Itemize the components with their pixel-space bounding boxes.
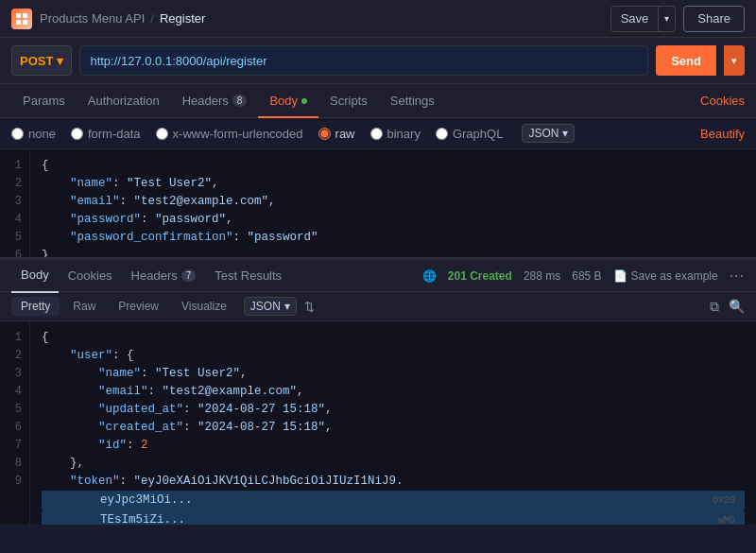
response-tab-body[interactable]: Body: [11, 259, 59, 293]
svg-rect-2: [16, 20, 21, 25]
svg-rect-1: [23, 13, 27, 18]
share-button[interactable]: Share: [683, 6, 745, 32]
tab-settings[interactable]: Settings: [379, 84, 446, 118]
response-body: 123456789 10 { "user": { "name": "Test U…: [0, 321, 756, 525]
breadcrumb-current: Register: [160, 11, 205, 26]
option-urlencoded[interactable]: x-www-form-urlencoded: [156, 127, 303, 141]
response-tab-cookies[interactable]: Cookies: [59, 259, 122, 293]
format-preview[interactable]: Preview: [109, 297, 168, 316]
send-button[interactable]: Send: [656, 45, 716, 76]
app-logo: [11, 9, 32, 29]
line-numbers: 123456: [0, 149, 30, 257]
option-none[interactable]: none: [11, 127, 56, 141]
format-json-select[interactable]: JSON ▾: [244, 297, 297, 316]
option-graphql[interactable]: GraphQL: [436, 127, 503, 141]
url-bar: POST ▾ Send ▾: [0, 38, 756, 84]
response-tabs-bar: Body Cookies Headers 7 Test Results 🌐 20…: [0, 258, 756, 292]
copy-response-button[interactable]: ⧉: [710, 299, 719, 315]
request-editor: 123456 { "name": "Test User2", "email": …: [0, 149, 756, 258]
breadcrumb-separator: /: [150, 11, 154, 26]
response-tab-headers[interactable]: Headers 7: [122, 259, 206, 293]
globe-icon: 🌐: [422, 269, 437, 283]
json-format-select[interactable]: JSON ▾: [522, 124, 575, 143]
format-filter-icon[interactable]: ⇅: [304, 300, 315, 314]
save-button-group: Save ▾: [610, 6, 677, 32]
option-binary[interactable]: binary: [370, 127, 421, 141]
option-form-data[interactable]: form-data: [71, 127, 141, 141]
tab-authorization[interactable]: Authorization: [77, 84, 171, 118]
top-bar: Products Menu API / Register Save ▾ Shar…: [0, 0, 756, 38]
beautify-button[interactable]: Beautify: [700, 127, 745, 141]
save-example-button[interactable]: 📄 Save as example: [613, 269, 718, 283]
svg-rect-0: [16, 13, 21, 18]
method-select[interactable]: POST ▾: [11, 45, 72, 76]
format-raw[interactable]: Raw: [63, 297, 105, 316]
svg-rect-3: [23, 20, 27, 25]
response-format-bar: Pretty Raw Preview Visualize JSON ▾ ⇅ ⧉ …: [0, 292, 756, 321]
url-input[interactable]: [79, 45, 648, 76]
body-active-dot: [301, 98, 307, 104]
save-dropdown-arrow[interactable]: ▾: [659, 7, 675, 31]
request-tabs-bar: Params Authorization Headers 8 Body Scri…: [0, 84, 756, 118]
send-dropdown[interactable]: ▾: [724, 45, 745, 76]
option-raw[interactable]: raw: [318, 127, 355, 141]
more-options-button[interactable]: ···: [730, 268, 745, 285]
response-time: 288 ms: [524, 269, 560, 283]
request-code[interactable]: { "name": "Test User2", "email": "test2@…: [30, 149, 756, 257]
breadcrumb-parent[interactable]: Products Menu API: [40, 11, 145, 26]
status-code: 201 Created: [448, 269, 512, 283]
format-pretty[interactable]: Pretty: [11, 297, 60, 316]
breadcrumb: Products Menu API / Register: [40, 11, 205, 26]
response-line-numbers: 123456789 10: [0, 321, 30, 525]
tab-headers[interactable]: Headers 8: [171, 84, 259, 118]
response-meta: 🌐 201 Created 288 ms 685 B 📄 Save as exa…: [422, 268, 745, 285]
response-headers-badge: 7: [181, 269, 197, 282]
response-tab-test-results[interactable]: Test Results: [205, 259, 291, 293]
cookies-link[interactable]: Cookies: [700, 94, 745, 108]
body-options: none form-data x-www-form-urlencoded raw…: [0, 118, 756, 149]
response-code[interactable]: { "user": { "name": "Test User2", "email…: [30, 321, 756, 525]
search-response-button[interactable]: 🔍: [729, 299, 745, 314]
tab-body[interactable]: Body: [258, 84, 318, 118]
tab-scripts[interactable]: Scripts: [318, 84, 379, 118]
headers-badge: 8: [232, 95, 248, 107]
save-button[interactable]: Save: [611, 7, 660, 31]
format-visualize[interactable]: Visualize: [172, 297, 236, 316]
response-size: 685 B: [572, 269, 601, 283]
save-icon: 📄: [613, 269, 627, 283]
tab-params[interactable]: Params: [11, 84, 77, 118]
